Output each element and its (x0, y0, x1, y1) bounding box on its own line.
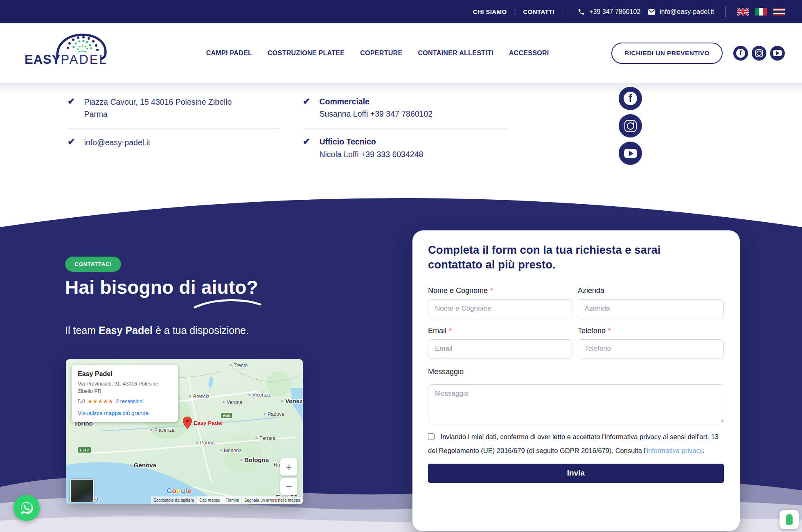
topbar-email[interactable]: info@easy-padel.it (648, 8, 714, 16)
phone-field-group: Telefono* (578, 327, 724, 358)
privacy-consent: Inviando i miei dati, confermo di aver l… (428, 430, 724, 458)
company-field-group: Azienda (578, 286, 724, 318)
map-city-label: Brescia (189, 394, 210, 399)
uk-flag-icon[interactable] (737, 8, 749, 16)
form-fields-grid: Nome e Cognome* Azienda Email* Telefono* (428, 286, 724, 358)
email-field-group: Email* (428, 327, 572, 358)
hero-subtitle: Il team Easy Padel è a tua disposizione. (65, 325, 249, 336)
logo-easy-text: EASY (25, 52, 61, 67)
rating-value: 5,0 (78, 398, 85, 404)
commercial-item: ✔ Commerciale Susanna Loffi +39 347 7860… (303, 92, 507, 126)
contact-column-left: ✔ Piazza Cavour, 15 43016 Polesine Zibel… (68, 92, 280, 156)
facebook-icon[interactable]: f (619, 87, 642, 110)
map-city-label: Ferrara (255, 435, 275, 441)
required-asterisk: * (608, 327, 611, 334)
easy-padel-logo[interactable]: EASYPADEL (25, 34, 113, 72)
contact-info-section: ✔ Piazza Cavour, 15 43016 Polesine Zibel… (0, 83, 802, 192)
map-marker-label: Easy Padel (194, 420, 223, 426)
satellite-view-toggle[interactable] (70, 479, 94, 503)
nav-container-allestiti[interactable]: CONTAINER ALLESTITI (418, 50, 493, 57)
accessibility-icon (786, 514, 793, 525)
name-input[interactable] (428, 299, 572, 318)
nav-costruzione-platee[interactable]: COSTRUZIONE PLATEE (268, 50, 345, 57)
google-map-embed[interactable]: Trento Brescia Vicenza Verona Venezia Pa… (66, 359, 303, 504)
phone-label: Telefono (578, 327, 606, 335)
map-city-label: Bologna (240, 456, 269, 463)
map-city-label: Vicenza (248, 392, 270, 398)
contact-column-right: ✔ Commerciale Susanna Loffi +39 347 7860… (303, 92, 507, 167)
map-city-label: Venezia (281, 397, 303, 404)
contact-form-card: Completa il form con la tua richiesta e … (412, 230, 740, 531)
check-icon: ✔ (68, 136, 75, 149)
instagram-icon[interactable] (752, 46, 766, 61)
terms-link[interactable]: Termini (223, 496, 241, 504)
italy-flag-icon[interactable] (755, 8, 767, 16)
check-icon: ✔ (68, 96, 75, 120)
nav-campi-padel[interactable]: CAMPI PADEL (206, 50, 252, 57)
top-bar: CHI SIAMO | CONTATTI +39 347 7860102 inf… (0, 0, 802, 23)
facebook-icon[interactable]: f (733, 46, 748, 61)
map-city-label: Modena (219, 448, 241, 453)
company-input[interactable] (578, 299, 724, 318)
check-icon: ✔ (303, 96, 310, 120)
technical-item: ✔ Ufficio Tecnico Nicola Loffi +39 333 6… (303, 133, 507, 167)
language-switcher (737, 8, 785, 16)
message-textarea[interactable] (428, 384, 724, 423)
message-field-group: Messaggio (428, 367, 724, 425)
map-zoom-in-button[interactable]: + (280, 458, 297, 476)
header-social-links: f (733, 46, 785, 61)
topbar-separator: | (514, 8, 516, 15)
whatsapp-button[interactable] (14, 495, 40, 521)
privacy-policy-link[interactable]: informativa privacy (647, 447, 702, 454)
contattaci-badge: CONTATTACI (65, 257, 121, 272)
star-rating-icons: ★★★★★ (88, 398, 113, 404)
map-marker-icon[interactable] (183, 417, 192, 429)
road-badge: E717 (77, 447, 91, 453)
accessibility-widget-button[interactable] (779, 510, 799, 529)
submit-button[interactable]: Invia (428, 464, 724, 483)
topbar-email-address: info@easy-padel.it (660, 8, 714, 16)
topbar-phone[interactable]: +39 347 7860102 (578, 8, 640, 16)
thailand-flag-icon[interactable] (773, 8, 785, 16)
whatsapp-icon (19, 500, 34, 515)
address-item: ✔ Piazza Cavour, 15 43016 Polesine Zibel… (68, 92, 280, 127)
youtube-icon[interactable] (619, 142, 642, 165)
email-text: info@easy-padel.it (84, 136, 150, 149)
divider (68, 128, 280, 129)
message-label: Messaggio (428, 367, 724, 376)
site-header: EASYPADEL CAMPI PADEL COSTRUZIONE PLATEE… (0, 23, 802, 83)
google-logo[interactable]: Google (167, 487, 191, 495)
required-asterisk: * (490, 287, 493, 294)
easy-padel-contact-page: CHI SIAMO | CONTATTI +39 347 7860102 inf… (0, 0, 802, 532)
phone-input[interactable] (578, 339, 724, 358)
top-curve-decoration (0, 192, 802, 233)
keyboard-shortcuts-link[interactable]: Scorciatoie da tastiera (151, 496, 196, 504)
map-city-label: Genova (129, 462, 156, 469)
contact-hero-section: CONTATTACI Hai bisogno di aiuto? Il team… (0, 192, 802, 532)
name-field-group: Nome e Cognome* (428, 286, 572, 318)
commercial-title: Commerciale (319, 96, 433, 108)
technical-value: Nicola Loffi +39 333 6034248 (319, 150, 423, 159)
reviews-link[interactable]: 2 recensioni (116, 399, 143, 404)
name-label: Nome e Cognome (428, 286, 488, 295)
nav-accessori[interactable]: ACCESSORI (509, 50, 549, 57)
instagram-icon[interactable] (619, 114, 642, 138)
phone-icon (578, 8, 585, 16)
view-larger-map-link[interactable]: Visualizza mappa più grande (78, 410, 172, 416)
map-data-link[interactable]: Dati mappa (197, 496, 223, 504)
privacy-checkbox[interactable] (428, 433, 435, 440)
topbar-link-chi-siamo[interactable]: CHI SIAMO (473, 8, 507, 15)
social-links-column: f (619, 87, 642, 165)
youtube-icon[interactable] (770, 46, 785, 61)
report-error-link[interactable]: Segnala un errore nella mappa (242, 496, 303, 504)
form-heading: Completa il form con la tua richiesta e … (428, 243, 682, 273)
map-zoom-out-button[interactable]: − (280, 478, 297, 495)
divider (303, 128, 507, 128)
map-attribution-bar: Scorciatoie da tastiera Dati mappa Termi… (151, 496, 303, 504)
request-quote-button[interactable]: RICHIEDI UN PREVENTIVO (611, 43, 723, 64)
map-city-label: Trento (229, 363, 248, 368)
email-label: Email (428, 327, 446, 335)
nav-coperture[interactable]: COPERTURE (360, 50, 402, 57)
email-input[interactable] (428, 339, 572, 358)
topbar-link-contatti[interactable]: CONTATTI (523, 8, 554, 15)
